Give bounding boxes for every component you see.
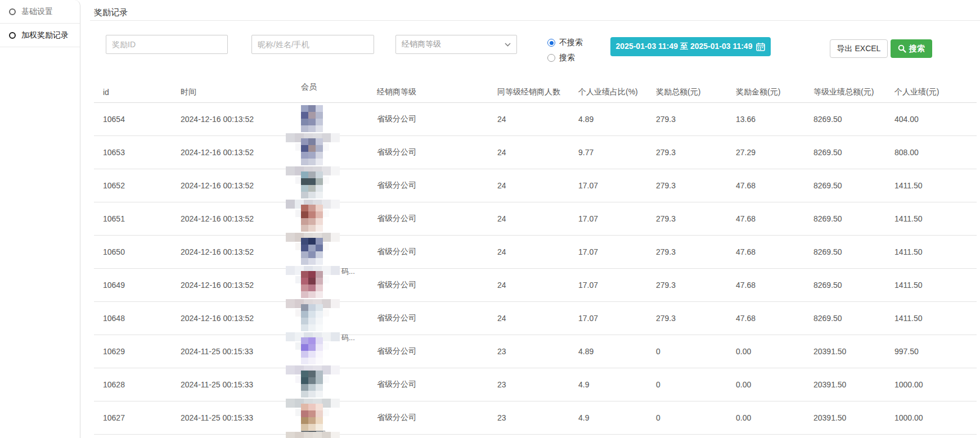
cell-reward-amount: 0.00 <box>736 413 813 422</box>
date-range-button[interactable]: 2025-01-03 11:49 至 2025-01-03 11:49 <box>610 37 771 56</box>
cell-reward-amount: 47.68 <box>736 181 813 190</box>
cell-dealer-level: 省级分公司 <box>377 147 497 157</box>
cell-level-total: 20391.50 <box>813 347 894 356</box>
cell-level-total: 8269.50 <box>813 148 894 157</box>
radio-search-label: 搜索 <box>559 53 575 63</box>
page-title: 奖励记录 <box>94 7 128 18</box>
dealer-level-select[interactable]: 经销商等级 <box>395 35 517 54</box>
search-button[interactable]: 搜索 <box>891 39 932 58</box>
cell-level-total: 8269.50 <box>813 214 894 223</box>
cell-time: 2024-11-25 00:15:33 <box>181 380 301 389</box>
cell-dealer-level: 省级分公司 <box>377 114 497 124</box>
sidebar-item-label: 加权奖励记录 <box>21 30 69 40</box>
table-row: 10651 2024-12-16 00:13:52 省级分公司 24 17.07… <box>94 202 977 236</box>
records-table: id时间会员经销商等级同等级经销商人数个人业绩占比(%)奖励总额(元)奖励金额(… <box>94 82 977 438</box>
cell-dealer-level: 省级分公司 <box>377 180 497 191</box>
table-row: 10627 2024-11-25 00:15:33 省级分公司 23 4.9 0… <box>94 401 977 435</box>
cell-time: 2024-12-16 00:13:52 <box>181 247 301 256</box>
cell-reward-amount: 0.00 <box>736 380 813 389</box>
cell-reward-total: 279.3 <box>656 115 736 124</box>
radio-search[interactable]: 搜索 <box>547 52 583 64</box>
cell-peer-dealer-count: 24 <box>497 181 578 190</box>
radio-no-search[interactable]: 不搜索 <box>547 37 583 48</box>
cell-time: 2024-12-16 00:13:52 <box>181 214 301 223</box>
column-header: 会员 <box>301 82 377 102</box>
cell-reward-total: 279.3 <box>656 181 736 190</box>
search-icon <box>898 44 906 53</box>
cell-dealer-level: 省级分公司 <box>377 247 497 257</box>
search-button-label: 搜索 <box>909 44 925 54</box>
cell-level-total: 8269.50 <box>813 115 894 124</box>
cell-personal-performance: 1411.50 <box>894 247 977 256</box>
cell-member <box>301 401 377 434</box>
cell-id: 10651 <box>94 214 181 223</box>
member-avatar-blur <box>301 271 323 298</box>
cell-reward-amount: 47.68 <box>736 247 813 256</box>
member-blurred <box>301 404 377 438</box>
cell-dealer-level: 省级分公司 <box>377 214 497 224</box>
cell-id: 10654 <box>94 115 181 124</box>
cell-personal-ratio: 17.07 <box>578 314 656 323</box>
cell-reward-amount: 27.29 <box>736 148 813 157</box>
cell-member <box>301 269 377 301</box>
calendar-icon <box>756 42 765 51</box>
cell-reward-total: 0 <box>656 413 736 422</box>
cell-dealer-level: 省级分公司 <box>377 413 497 423</box>
cell-level-total: 20391.50 <box>813 413 894 422</box>
cell-reward-amount: 0.00 <box>736 347 813 356</box>
search-mode-radio-group: 不搜索 搜索 <box>547 37 583 67</box>
column-header: id <box>94 88 181 97</box>
column-header: 同等级经销商人数 <box>497 87 578 97</box>
cell-personal-performance: 997.50 <box>894 347 977 356</box>
cell-id: 10627 <box>94 413 181 422</box>
member-avatar-blur <box>301 205 323 232</box>
cell-time: 2024-12-16 00:13:52 <box>181 314 301 323</box>
cell-level-total: 8269.50 <box>813 247 894 256</box>
radio-selected-icon <box>547 39 555 47</box>
cell-personal-ratio: 17.07 <box>578 247 656 256</box>
cell-level-total: 8269.50 <box>813 314 894 323</box>
radio-unselected-icon <box>547 54 555 62</box>
cell-personal-performance: 1411.50 <box>894 181 977 190</box>
column-header: 个人业绩占比(%) <box>578 87 656 97</box>
cell-id: 10653 <box>94 148 181 157</box>
cell-level-total: 20391.50 <box>813 380 894 389</box>
cell-member <box>301 103 377 136</box>
table-row: 10652 2024-12-16 00:13:52 省级分公司 24 17.07… <box>94 169 977 202</box>
cell-personal-ratio: 9.77 <box>578 148 656 157</box>
sidebar-item-weighted-reward-records[interactable]: 加权奖励记录 <box>0 24 80 47</box>
table-header-row: id时间会员经销商等级同等级经销商人数个人业绩占比(%)奖励总额(元)奖励金额(… <box>94 82 977 103</box>
circle-icon <box>9 8 16 15</box>
cell-reward-total: 0 <box>656 380 736 389</box>
table-row: 10654 2024-12-16 00:13:52 省级分公司 24 4.89 … <box>94 103 977 136</box>
cell-peer-dealer-count: 24 <box>497 314 578 323</box>
reward-id-input[interactable] <box>106 35 228 54</box>
table-row: 10629 2024-11-25 00:15:33 省级分公司 23 4.89 … <box>94 335 977 368</box>
export-excel-button[interactable]: 导出 EXCEL <box>830 39 888 58</box>
cell-time: 2024-11-25 00:15:33 <box>181 413 301 422</box>
cell-dealer-level: 省级分公司 <box>377 380 497 390</box>
sidebar-item-basic-settings[interactable]: 基础设置 <box>0 0 80 24</box>
cell-reward-total: 279.3 <box>656 247 736 256</box>
member-avatar-blur <box>301 171 323 198</box>
cell-peer-dealer-count: 24 <box>497 115 578 124</box>
nickname-name-phone-input[interactable] <box>251 35 374 54</box>
cell-peer-dealer-count: 24 <box>497 247 578 256</box>
member-avatar-blur <box>301 337 323 364</box>
cell-reward-amount: 13.66 <box>736 115 813 124</box>
member-avatar-blur <box>301 138 323 165</box>
cell-id: 10652 <box>94 181 181 190</box>
main-content: 奖励记录 经销商等级 不搜索 搜索 2025-01-03 11:49 至 202… <box>80 0 980 438</box>
cell-peer-dealer-count: 24 <box>497 148 578 157</box>
title-divider <box>90 20 980 21</box>
cell-member <box>301 368 377 401</box>
cell-personal-ratio: 4.89 <box>578 115 656 124</box>
sidebar: 基础设置 加权奖励记录 <box>0 0 80 438</box>
cell-reward-total: 279.3 <box>656 148 736 157</box>
column-header: 个人业绩(元) <box>894 87 977 97</box>
table-row: 10649 2024-12-16 00:13:52 省级分公司 24 17.07… <box>94 269 977 302</box>
member-avatar-blur <box>301 371 323 398</box>
cell-id: 10648 <box>94 314 181 323</box>
cell-personal-performance: 1411.50 <box>894 281 977 290</box>
cell-id: 10649 <box>94 281 181 290</box>
